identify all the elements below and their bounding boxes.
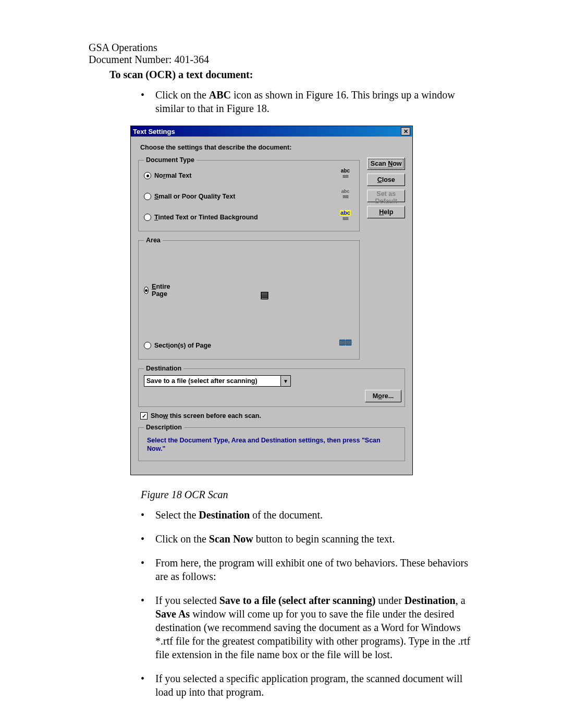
dialog-title: Text Settings [133,128,175,135]
radio-small-text[interactable]: Small or Poor Quality Text abc [144,189,356,204]
text-settings-dialog: Text Settings ✕ Choose the settings that… [130,126,413,475]
area-group: Area Entire Page Section(s) of Page [138,237,360,360]
radio-label: Normal Text [154,172,191,179]
bullet-click-scan-now: Click on the Scan Now button to begin sc… [141,532,474,546]
destination-value[interactable] [144,376,280,386]
radio-label: Small or Poor Quality Text [154,193,235,200]
abc-normal-icon: abc [337,168,353,183]
bullet-select-destination: Select the Destination of the document. [141,508,474,522]
description-legend: Description [144,424,184,431]
document-type-group: Document Type Normal Text abc Small or P… [138,156,360,231]
radio-label: Entire Page [152,283,173,298]
section-heading: To scan (OCR) a text document: [109,69,474,81]
dialog-prompt: Choose the settings that describe the do… [140,144,405,151]
destination-combobox[interactable]: ▼ [144,375,291,387]
radio-sections-page[interactable]: Section(s) of Page [144,338,356,353]
more-button[interactable]: More... [365,390,401,402]
radio-label: Tinted Text or Tinted Background [154,214,258,221]
destination-group: Destination ▼ More... [138,365,405,407]
show-before-scan-checkbox[interactable]: ✓ Show this screen before each scan. [140,412,405,419]
area-legend: Area [144,237,163,244]
scan-now-button[interactable]: Scan Now [367,157,405,170]
help-button[interactable]: Help [367,206,405,218]
document-page: GSA Operations Document Number: 401-364 … [0,0,563,728]
bullet-specific-app: If you selected a specific application p… [141,672,474,699]
abc-tinted-icon: abc [337,210,353,225]
header-org: GSA Operations [89,42,474,54]
dialog-titlebar: Text Settings ✕ [131,126,412,137]
checkbox-icon: ✓ [140,412,148,419]
checkbox-label: Show this screen before each scan. [151,412,261,419]
entire-page-icon [176,249,353,332]
bullet-two-behaviors: From here, the program will exhibit one … [141,556,474,583]
figure-caption: Figure 18 OCR Scan [141,489,474,501]
close-button[interactable]: Close [367,174,405,186]
header-docnum: Document Number: 401-364 [89,54,474,66]
chevron-down-icon[interactable]: ▼ [280,376,290,386]
destination-legend: Destination [144,365,183,372]
bullet-save-to-file: If you selected Save to a file (select a… [141,594,474,661]
set-default-button[interactable]: Set as Default [367,190,405,202]
document-type-legend: Document Type [144,156,197,164]
radio-tinted-text[interactable]: Tinted Text or Tinted Background abc [144,210,356,225]
intro-bullet: Click on the ABC icon as shown in Figure… [141,88,474,115]
radio-label: Section(s) of Page [154,342,211,349]
sections-page-icon [337,338,353,353]
close-icon[interactable]: ✕ [401,127,410,135]
radio-entire-page[interactable]: Entire Page [144,249,356,332]
description-text: Select the Document Type, Area and Desti… [144,434,401,456]
radio-normal-text[interactable]: Normal Text abc [144,168,356,183]
abc-small-icon: abc [337,189,353,204]
description-group: Description Select the Document Type, Ar… [138,424,405,461]
